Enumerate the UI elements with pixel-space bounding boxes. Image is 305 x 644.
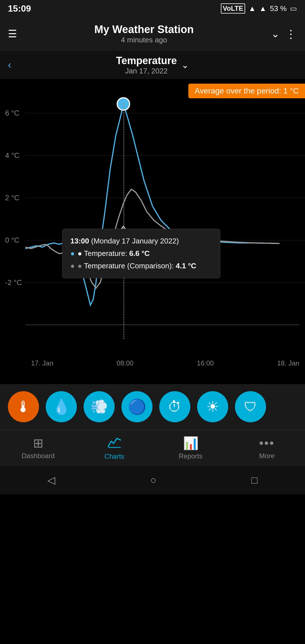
status-time: 15:09: [8, 3, 31, 14]
app-title-section: My Weather Station 4 minutes ago: [17, 23, 271, 44]
x-label-jan17: 17. Jan: [31, 359, 53, 367]
app-subtitle: 4 minutes ago: [17, 36, 271, 44]
app-bar: ☰ My Weather Station 4 minutes ago ⌄ ⋮: [0, 17, 305, 51]
sensor-uv[interactable]: 🛡: [235, 391, 266, 422]
tooltip-crosshair: [123, 103, 124, 339]
chart-area[interactable]: Average over the period: 1 °C 6 °C 4 °C …: [0, 79, 305, 384]
nav-charts[interactable]: Charts: [76, 436, 152, 460]
battery-percent: 53 %: [270, 4, 287, 13]
status-icons: VoLTE ▲ ▲ 53 % ▭: [221, 3, 297, 14]
x-label-16: 16:00: [197, 359, 214, 367]
uv-icon: 🛡: [244, 399, 257, 414]
chart-dropdown-icon[interactable]: ⌄: [181, 60, 189, 70]
app-bar-actions: ⌄ ⋮: [271, 27, 297, 40]
sensor-solar[interactable]: ☀: [197, 391, 228, 422]
dropdown-icon[interactable]: ⌄: [271, 28, 280, 40]
app-title: My Weather Station: [17, 23, 271, 36]
sensor-rain[interactable]: 🔵: [121, 391, 152, 422]
wifi-icon: ▲: [249, 4, 256, 13]
nav-reports[interactable]: 📊 Reports: [152, 436, 229, 460]
charts-label: Charts: [104, 452, 125, 460]
tooltip-temp-comp: ● Temperature (Comparison): 4.1 °C: [70, 260, 212, 272]
nav-more[interactable]: ••• More: [229, 436, 305, 460]
bottom-nav: ⊞ Dashboard Charts 📊 Reports ••• More: [0, 429, 305, 466]
signal-icon: ▲: [259, 4, 267, 13]
back-system-button[interactable]: ◁: [47, 474, 55, 486]
reports-icon: 📊: [183, 436, 199, 451]
sensor-bar: 🌡 💧 💨 🔵 ⏱ ☀ 🛡: [0, 384, 305, 429]
sensor-humidity[interactable]: 💧: [46, 391, 77, 422]
humidity-icon: 💧: [52, 398, 71, 415]
data-tooltip: 13:00 (Monday 17 January 2022) ● Tempera…: [62, 229, 220, 278]
x-axis: 17. Jan 08:00 16:00 18. Jan: [25, 359, 305, 367]
tooltip-time: 13:00 (Monday 17 January 2022): [70, 235, 212, 247]
volte-icon: VoLTE: [221, 3, 245, 14]
more-options-icon[interactable]: ⋮: [285, 27, 297, 40]
tooltip-temp-main: ● Temperature: 6.6 °C: [70, 247, 212, 260]
chart-date: Jan 17, 2022: [116, 67, 177, 75]
x-label-jan18: 18. Jan: [277, 359, 299, 367]
solar-icon: ☀: [206, 398, 219, 415]
chart-title-section: Temperature Jan 17, 2022: [116, 55, 177, 75]
wind-icon: 💨: [90, 399, 108, 415]
sensor-wind[interactable]: 💨: [84, 391, 115, 422]
back-button[interactable]: ‹: [8, 59, 11, 71]
dashboard-icon: ⊞: [33, 436, 43, 450]
nav-dashboard[interactable]: ⊞ Dashboard: [0, 436, 76, 460]
chart-title: Temperature: [116, 55, 177, 67]
reports-label: Reports: [179, 452, 202, 460]
thermometer-icon: 🌡: [16, 398, 31, 416]
recents-system-button[interactable]: □: [251, 474, 258, 486]
system-nav: ◁ ○ □: [0, 466, 305, 494]
menu-icon[interactable]: ☰: [8, 28, 17, 40]
status-bar: 15:09 VoLTE ▲ ▲ 53 % ▭: [0, 0, 305, 17]
pressure-icon: ⏱: [168, 399, 182, 415]
chart-header: ‹ Temperature Jan 17, 2022 ⌄: [0, 51, 305, 79]
more-icon: •••: [259, 436, 274, 450]
rain-icon: 🔵: [128, 398, 146, 415]
sensor-temperature[interactable]: 🌡: [8, 391, 39, 422]
battery-icon: ▭: [290, 4, 297, 13]
home-system-button[interactable]: ○: [150, 474, 156, 486]
sensor-pressure[interactable]: ⏱: [159, 391, 190, 422]
x-label-08: 08:00: [117, 359, 134, 367]
more-label: More: [259, 452, 275, 460]
charts-icon: [107, 436, 121, 451]
dashboard-label: Dashboard: [21, 452, 55, 460]
